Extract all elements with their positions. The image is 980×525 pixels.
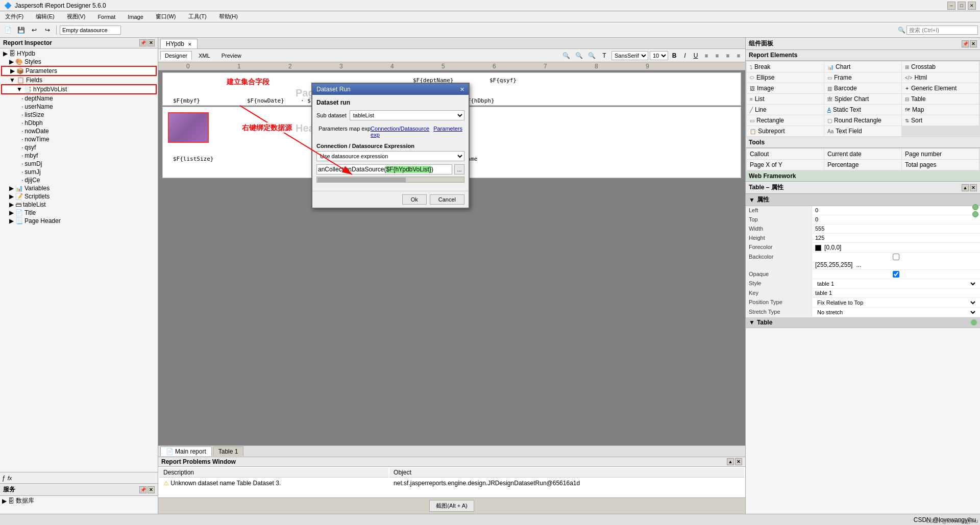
comp-panel-btns[interactable]: 📌 ✕: [962, 40, 977, 47]
prop-top-value[interactable]: [812, 215, 980, 224]
services-close[interactable]: ✕: [148, 486, 155, 493]
menu-file[interactable]: 文件(F): [2, 12, 27, 21]
style-select[interactable]: table 1: [815, 280, 977, 287]
minimize-button[interactable]: –: [947, 2, 955, 10]
search-input[interactable]: [906, 26, 978, 35]
prop-left-value[interactable]: [812, 206, 980, 215]
tree-item-database[interactable]: ▶ 🗄 数据库: [0, 496, 158, 506]
comp-generic[interactable]: ✦ Generic Element: [902, 83, 979, 93]
expr-scrollbar[interactable]: [316, 177, 464, 183]
comp-table[interactable]: ⊟ Table: [902, 94, 979, 104]
collapse-button[interactable]: ✕: [148, 39, 155, 46]
menu-format[interactable]: Format: [94, 13, 118, 21]
tree-item-username[interactable]: · userName: [1, 103, 157, 111]
problems-btns[interactable]: ▲ ✕: [727, 458, 742, 465]
tree-item-nowtime[interactable]: · nowTime: [1, 135, 157, 143]
dialog-close-button[interactable]: ✕: [460, 86, 464, 93]
comp-crosstab[interactable]: ⊞ Crosstab: [902, 62, 979, 72]
problems-btn2[interactable]: ✕: [735, 458, 742, 465]
tree-item-tablelist[interactable]: ▶ 🗃 tableList: [1, 201, 157, 209]
prop-section-table[interactable]: ▼ Table: [746, 317, 980, 328]
prop-section-attr[interactable]: ▼ 属性: [746, 194, 980, 206]
tree-item-parameters[interactable]: ▶ 📦 Parameters: [1, 66, 157, 76]
undo-button[interactable]: ↩: [29, 24, 40, 36]
backcolor-checkbox[interactable]: [815, 254, 977, 260]
tree-item-djijce[interactable]: · djijCe: [1, 176, 157, 184]
opaque-checkbox[interactable]: [815, 271, 977, 278]
prop-key-value[interactable]: [812, 289, 980, 297]
comp-roundrectangle[interactable]: ▢ Round Rectangle: [824, 115, 901, 126]
tool-pagexofy[interactable]: Page X of Y: [747, 160, 824, 170]
tool-percentage[interactable]: Percentage: [824, 160, 901, 170]
tab-main-report[interactable]: 📄 Main report: [160, 446, 212, 456]
cancel-button[interactable]: Cancel: [430, 194, 464, 205]
tree-item-listsize[interactable]: · listSize: [1, 111, 157, 119]
designer-tab-designer[interactable]: Designer: [160, 51, 192, 60]
comp-line[interactable]: ╱ Line: [747, 105, 824, 115]
pin-button[interactable]: 📌: [139, 39, 146, 46]
report-elements-header[interactable]: Report Elements: [746, 50, 980, 61]
tool-pagenumber[interactable]: Page number: [902, 149, 979, 159]
menu-view[interactable]: 视图(V): [64, 12, 89, 21]
connection-datasource-link[interactable]: Connection/Datasource exp: [371, 126, 433, 138]
menu-tools[interactable]: 工具(T): [185, 12, 210, 21]
problems-btn1[interactable]: ▲: [727, 458, 734, 465]
align-right-button[interactable]: ≡: [723, 51, 732, 60]
expression-field[interactable]: anCollectionDataSource($F{hYpdbVoList}): [316, 164, 452, 174]
comp-map[interactable]: 🗺 Map: [902, 105, 979, 115]
tree-item-sumdj[interactable]: · sumDj: [1, 160, 157, 168]
tree-item-nowdate[interactable]: · nowDate: [1, 127, 157, 135]
table-props-pin[interactable]: ▲: [962, 184, 969, 191]
connection-type-select[interactable]: Use datasource expression: [316, 151, 464, 161]
tree-item-qsyf[interactable]: · qsyf: [1, 143, 157, 152]
zoom-out-button[interactable]: 🔍: [573, 50, 584, 61]
web-framework-header[interactable]: Web Framework: [746, 171, 980, 182]
prop-style-value[interactable]: table 1: [812, 279, 980, 288]
menu-image[interactable]: Image: [125, 13, 146, 21]
expr-browse-button[interactable]: ...: [454, 164, 464, 174]
menu-help[interactable]: 帮助(H): [216, 12, 241, 21]
align-justify-button[interactable]: ≡: [734, 51, 743, 60]
comp-rectangle[interactable]: ▭ Rectangle: [747, 115, 824, 126]
tool-callout[interactable]: Callout: [747, 149, 824, 159]
comp-frame[interactable]: ▭ Frame: [824, 72, 901, 83]
expr-scrollbar-thumb[interactable]: [317, 178, 406, 183]
tab-hypdb[interactable]: HYpdb ✕: [160, 39, 198, 48]
sub-dataset-select[interactable]: tableList: [350, 110, 464, 120]
tree-item-hdbph[interactable]: · hDbph: [1, 119, 157, 127]
comp-textfield[interactable]: Aa Text Field: [824, 126, 901, 136]
save-button[interactable]: 💾: [15, 24, 27, 36]
tree-item-fields[interactable]: ▼ 📋 Fields: [1, 76, 157, 84]
services-pin[interactable]: 📌: [139, 486, 146, 493]
table-element[interactable]: [168, 112, 209, 143]
tool-currentdate[interactable]: Current date: [824, 149, 901, 159]
comp-list[interactable]: ≡ List: [747, 94, 824, 104]
prop-height-value[interactable]: [812, 234, 980, 242]
comp-statictext[interactable]: A Static Text: [824, 105, 901, 115]
comp-sort[interactable]: ⇅ Sort: [902, 115, 979, 126]
comp-subreport[interactable]: 📋 Subreport: [747, 126, 824, 136]
comp-barcode[interactable]: ▥ Barcode: [824, 83, 901, 93]
new-button[interactable]: 📄: [2, 24, 13, 36]
prop-left-input[interactable]: [815, 207, 977, 213]
title-bar-controls[interactable]: – □ ✕: [947, 2, 976, 10]
position-select[interactable]: Fix Relative to Top: [815, 299, 977, 306]
underline-button[interactable]: U: [691, 51, 700, 60]
tree-item-sumjj[interactable]: · sumJj: [1, 168, 157, 176]
comp-close[interactable]: ✕: [970, 40, 977, 47]
close-button[interactable]: ✕: [968, 2, 976, 10]
font-family-select[interactable]: SansSerif: [611, 51, 648, 60]
tab-close-button[interactable]: ✕: [188, 42, 192, 47]
maximize-button[interactable]: □: [958, 2, 966, 10]
panel-header-btns[interactable]: 📌 ✕: [139, 39, 155, 46]
tree-item-hypdbvolist[interactable]: ▼ 📑 hYpdbVoList: [1, 84, 157, 94]
tree-item-mbyf[interactable]: · mbyf: [1, 152, 157, 160]
comp-break[interactable]: ⤵ Break: [747, 62, 824, 72]
redo-button[interactable]: ↪: [42, 24, 53, 36]
align-center-button[interactable]: ≡: [713, 51, 722, 60]
parameters-link[interactable]: Parameters: [433, 126, 462, 138]
stretch-select[interactable]: No stretch: [815, 309, 977, 316]
prop-stretch-value[interactable]: No stretch: [812, 308, 980, 317]
font-size-select[interactable]: 10: [650, 51, 668, 60]
bold-button[interactable]: B: [670, 51, 679, 60]
